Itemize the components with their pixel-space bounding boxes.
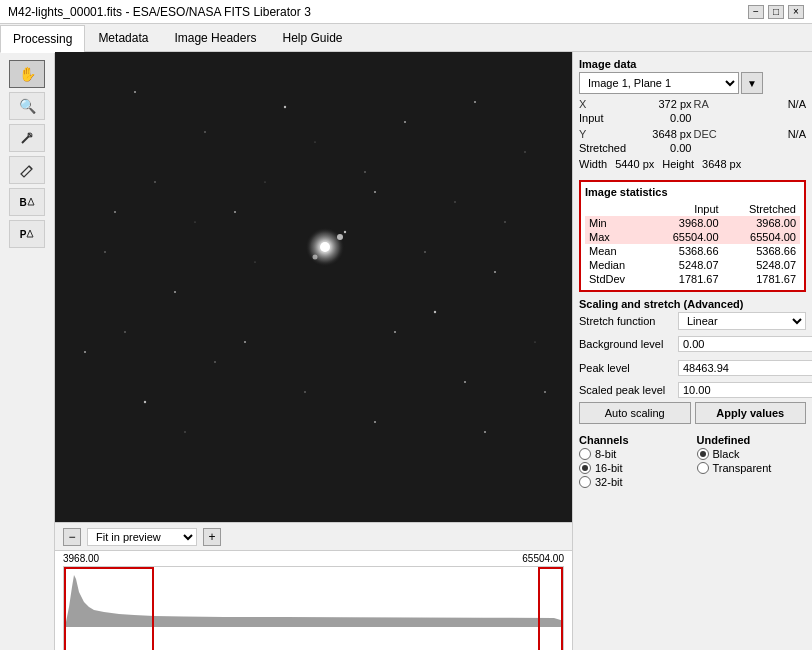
background-level-row: Background level 0.00 (579, 334, 806, 354)
svg-point-41 (124, 331, 126, 333)
svg-point-38 (434, 311, 436, 313)
eyedropper-tool-button[interactable] (9, 124, 45, 152)
maximize-button[interactable]: □ (768, 5, 784, 19)
stat-min-input: 3968.00 (647, 216, 723, 230)
close-button[interactable]: × (788, 5, 804, 19)
pencil-tool-button[interactable] (9, 156, 45, 184)
svg-point-17 (254, 261, 255, 262)
undef-black-label: Black (713, 448, 740, 460)
coord-grid-2: Input 0.00 (579, 112, 806, 124)
undef-black-radio[interactable] (697, 448, 709, 460)
ra-label: RA (694, 98, 749, 110)
image-data-section: Image data Image 1, Plane 1 ▼ X 372 px R… (579, 58, 806, 174)
svg-point-23 (214, 361, 216, 363)
svg-point-22 (84, 351, 86, 353)
ch-32bit-radio[interactable] (579, 476, 591, 488)
stretch-label: Stretch function (579, 315, 674, 327)
stat-stddev-input: 1781.67 (647, 272, 723, 286)
stat-stddev-label: StdDev (585, 272, 647, 286)
right-panel: Image data Image 1, Plane 1 ▼ X 372 px R… (572, 52, 812, 650)
svg-point-33 (337, 234, 343, 240)
ch-16bit-row: 16-bit (579, 462, 689, 474)
scaled-peak-row: Scaled peak level 10.00 (579, 382, 806, 398)
undefined-section: Undefined Black Transparent (697, 434, 807, 490)
svg-point-14 (474, 101, 476, 103)
ch-8bit-radio[interactable] (579, 448, 591, 460)
height-value: 3648 px (702, 158, 741, 170)
histogram-chart (64, 567, 563, 650)
svg-rect-4 (55, 52, 572, 522)
svg-point-8 (364, 171, 366, 173)
svg-point-7 (284, 106, 286, 108)
stretch-function-row: Stretch function Linear Log Sqrt Square … (579, 312, 806, 330)
input-value: 0.00 (636, 112, 691, 124)
stat-median-input: 5248.07 (647, 258, 723, 272)
stat-mean-input: 5368.66 (647, 244, 723, 258)
svg-point-15 (104, 251, 106, 253)
zoom-tool-button[interactable]: 🔍 (9, 92, 45, 120)
svg-point-39 (264, 181, 265, 182)
stat-max-input: 65504.00 (647, 230, 723, 244)
x-label: X (579, 98, 634, 110)
bg-picker-icon (27, 197, 35, 207)
svg-point-24 (394, 331, 396, 333)
zoom-plus-button[interactable]: + (203, 528, 221, 546)
svg-point-44 (374, 191, 376, 193)
bg-picker-button[interactable]: B (9, 188, 45, 216)
undef-transparent-row: Transparent (697, 462, 807, 474)
undef-transparent-label: Transparent (713, 462, 772, 474)
svg-point-37 (504, 221, 506, 223)
zoom-bar: − Fit in preview 25% 50% 100% 200% + (55, 522, 572, 550)
svg-point-29 (184, 431, 185, 432)
svg-point-28 (464, 381, 466, 383)
stat-max-label: Max (585, 230, 647, 244)
stretched-value: 0.00 (636, 142, 691, 154)
svg-point-43 (194, 221, 195, 222)
image-plane-select[interactable]: Image 1, Plane 1 (579, 72, 739, 94)
scaled-peak-input[interactable]: 10.00 (678, 382, 812, 398)
coord-grid-3: Y 3648 px DEC N/A (579, 128, 806, 140)
ra-value: N/A (751, 98, 806, 110)
svg-point-36 (244, 341, 246, 343)
eyedropper-icon (19, 130, 35, 146)
histogram-max-label: 65504.00 (522, 553, 564, 564)
image-statistics-box: Image statistics Input Stretched Min 396… (579, 180, 806, 292)
main-layout: ✋ 🔍 B P (0, 52, 812, 650)
tab-metadata[interactable]: Metadata (85, 24, 161, 52)
stretched-label: Stretched (579, 142, 634, 154)
channels-label: Channels (579, 434, 689, 446)
peak-input[interactable]: 48463.94 (678, 360, 812, 376)
image-canvas (55, 52, 572, 522)
apply-values-button[interactable]: Apply values (695, 402, 807, 424)
histogram-area: 3968.00 65504.00 (55, 550, 572, 650)
channels-section: Channels 8-bit 16-bit 32-bit (579, 434, 689, 490)
svg-point-40 (544, 391, 546, 393)
peak-level-row: Peak level 48463.94 (579, 358, 806, 378)
stat-min-label: Min (585, 216, 647, 230)
bottom-section: Channels 8-bit 16-bit 32-bit Undefined (579, 434, 806, 490)
image-plane-dropdown-button[interactable]: ▼ (741, 72, 763, 94)
zoom-select[interactable]: Fit in preview 25% 50% 100% 200% (87, 528, 197, 546)
undef-transparent-radio[interactable] (697, 462, 709, 474)
input-label: Input (579, 112, 634, 124)
auto-scaling-button[interactable]: Auto scaling (579, 402, 691, 424)
peak-label: Peak level (579, 362, 674, 374)
peak-picker-button[interactable]: P (9, 220, 45, 248)
title-bar: M42-lights_00001.fits - ESA/ESO/NASA FIT… (0, 0, 812, 24)
ch-8bit-row: 8-bit (579, 448, 689, 460)
scaling-title: Scaling and stretch (Advanced) (579, 298, 806, 310)
tab-processing[interactable]: Processing (0, 25, 85, 53)
stretch-function-select[interactable]: Linear Log Sqrt Square ASinh Power (678, 312, 806, 330)
width-value: 5440 px (615, 158, 654, 170)
tab-image-headers[interactable]: Image Headers (161, 24, 269, 52)
width-label: Width (579, 158, 607, 170)
zoom-minus-button[interactable]: − (63, 528, 81, 546)
stats-col-stretched: Stretched (723, 202, 800, 216)
tab-help-guide[interactable]: Help Guide (269, 24, 355, 52)
minimize-button[interactable]: − (748, 5, 764, 19)
stat-median-label: Median (585, 258, 647, 272)
hand-tool-button[interactable]: ✋ (9, 60, 45, 88)
background-input[interactable]: 0.00 (678, 336, 812, 352)
svg-point-27 (304, 391, 306, 393)
ch-16bit-radio[interactable] (579, 462, 591, 474)
